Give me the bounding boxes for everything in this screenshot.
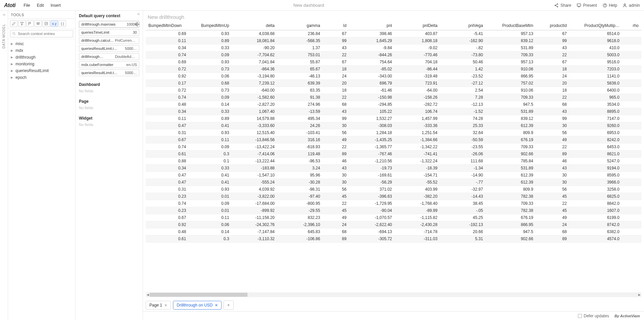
tree-item-misc[interactable]: ▶misc [8, 40, 75, 47]
context-entry[interactable]: drillthrough…DoubleAdder,Boo… [79, 53, 139, 60]
table-row[interactable]: 0.740.09-7,704.62753.0122-844.26-770.46-… [146, 52, 641, 59]
context-value: 5000… [125, 46, 137, 51]
table-cell: 0.11 [146, 37, 189, 44]
context-key: queriesTimeLimit [81, 30, 109, 34]
table-row[interactable]: 0.740.09-17,684.00-800.9522-1,729.95-1,7… [146, 200, 641, 207]
help-button[interactable]: Help [603, 3, 617, 8]
tree-item-mdx[interactable]: ▶mdx [8, 47, 75, 54]
table-row[interactable]: 0.720.73-864.3665.6718-85.02-86.441.4291… [146, 66, 641, 73]
tool-edit-icon[interactable] [10, 20, 18, 27]
data-table-scroll[interactable]: BumpedMtmDownBumpedMtmUpdeltagammaIdpnlp… [146, 21, 641, 292]
collapse-context-icon[interactable] [137, 12, 141, 17]
share-button[interactable]: Share [554, 3, 571, 8]
table-row[interactable]: 0.340.33-183.883.2443-19.73-18.39-1.3453… [146, 165, 641, 172]
table-row[interactable]: 0.310.934,039.92-98.3156371.02403.99-32.… [146, 186, 641, 193]
scroll-right-icon[interactable]: ▶ [637, 292, 641, 297]
table-row[interactable]: 0.670.11-11,158.20832.2349-1,070.57-1,11… [146, 214, 641, 221]
table-row[interactable]: 0.740.09-13,422.24-618.9322-1,365.77-1,3… [146, 143, 641, 151]
column-header[interactable]: delta [232, 21, 277, 30]
tree-item-epoch[interactable]: ▶epoch [8, 74, 75, 81]
column-header[interactable]: rho [622, 21, 641, 30]
user-button[interactable]: admin [622, 3, 640, 8]
column-header[interactable]: productId [536, 21, 569, 30]
table-cell: 24.26 [277, 122, 323, 129]
context-entry[interactable]: drillthrough.calcul…PnlCurrency… [79, 37, 139, 44]
table-row[interactable]: 0.310.9312,515.40-103.41561,284.181,251.… [146, 129, 641, 136]
table-row[interactable]: 0.880.1-13,222.44-96.5346-1,210.56-1,322… [146, 158, 641, 165]
table-cell: 0.47 [146, 179, 189, 186]
table-cell: 45 [536, 193, 569, 200]
expand-rail-icon[interactable] [2, 13, 6, 18]
tool-format-icon[interactable]: {·} [59, 20, 66, 27]
column-header[interactable]: pnlVega [440, 21, 486, 30]
context-entry[interactable]: queriesResultLimit.interm…5000… [79, 45, 139, 52]
table-cell: -154.71 [395, 172, 440, 179]
table-row[interactable]: 0.480.14-7,147.84645.8368-694.13-714.782… [146, 228, 641, 235]
defer-updates-toggle[interactable]: Defer updates [578, 314, 609, 318]
table-row[interactable]: 0.740.09-1,582.6091.3822-150.98-158.267.… [146, 94, 641, 101]
menu-file[interactable]: File [21, 2, 33, 9]
menu-insert[interactable]: Insert [48, 2, 63, 9]
table-row[interactable]: 0.340.33-90.201.3743-9.84-9.02-.82531.89… [146, 44, 641, 52]
table-row[interactable]: 0.230.01-3,822.00-97.4045-396.63-382.20-… [146, 193, 641, 200]
context-entry[interactable]: queriesResultLimit.transi…5000… [79, 69, 139, 76]
column-header[interactable]: ProductQtyMultip… [569, 21, 622, 30]
table-row[interactable]: 0.470.41-1,547.1095.9630-169.61-154.71-1… [146, 172, 641, 179]
table-row[interactable]: 0.470.41-3,333.6024.2630-308.03-333.3625… [146, 122, 641, 129]
dashboard-title[interactable]: New dashboard [293, 3, 324, 8]
table-cell: 68 [323, 101, 349, 108]
add-page-button[interactable]: + [224, 300, 234, 310]
table-row[interactable]: 0.110.8914,579.88495.34991,532.271,457.9… [146, 115, 641, 122]
search-input[interactable] [10, 30, 73, 37]
horizontal-scrollbar[interactable]: ◀ ▶ [146, 292, 641, 297]
table-row[interactable]: 0.480.14-2,827.20274.9668-294.85-282.72-… [146, 101, 641, 108]
tree-item-monitoring[interactable]: ▶monitoring [8, 61, 75, 67]
table-row[interactable]: 0.340.331,067.40-13.5943105.22106.74-1.5… [146, 108, 641, 115]
close-icon[interactable]: ✕ [215, 303, 218, 308]
column-header[interactable]: BumpedMtmUp [189, 21, 232, 30]
tool-sliders-icon[interactable] [34, 20, 42, 27]
column-header[interactable]: Id [323, 21, 349, 30]
table-cell: -90.20 [232, 44, 277, 52]
scroll-left-icon[interactable]: ◀ [146, 292, 150, 297]
table-row[interactable]: 0.720.73-640.0063.3518-61.46-64.002.5491… [146, 87, 641, 94]
checkbox-icon[interactable] [578, 314, 582, 318]
tool-filter-icon[interactable] [18, 20, 26, 27]
table-row[interactable]: 0.670.11-13,846.56316.1649-1,435.25-1,38… [146, 136, 641, 143]
tool-kpi-icon[interactable] [42, 20, 50, 27]
tab-drillthrough-usd[interactable]: Drillthrough on USD ✕ [173, 301, 222, 310]
table-row[interactable]: 0.110.8918,081.84-568.35991,645.291,808.… [146, 37, 641, 44]
table-row[interactable]: 0.170.687,239.12639.3920696.79723.91-27.… [146, 80, 641, 87]
table-row[interactable]: 0.470.41-555.24-30.2830-56.29-55.52-.776… [146, 179, 641, 186]
column-header[interactable]: pnlDelta [395, 21, 440, 30]
context-value: 5000… [125, 71, 137, 75]
table-row[interactable]: 0.690.934,038.68236.8467398.46403.87-5.4… [146, 30, 641, 37]
table-row[interactable]: 0.920.06-3,194.80-46.1324-343.00-319.48-… [146, 73, 641, 80]
widget-title[interactable]: New drillthrough [143, 11, 644, 21]
scrollbar-thumb[interactable] [150, 293, 247, 297]
present-button[interactable]: Present [577, 3, 597, 8]
table-row[interactable]: 0.690.937,041.8455.8767754.64704.1850.46… [146, 59, 641, 66]
table-row[interactable]: 0.230.01-899.92-29.5545-90.04-89.99-.057… [146, 207, 641, 214]
column-header[interactable]: pnl [349, 21, 395, 30]
tab-page-1[interactable]: Page 1 ✕ [146, 301, 171, 310]
column-header[interactable]: BumpedMtmDown [146, 21, 189, 30]
tool-flag-icon[interactable] [26, 20, 34, 27]
column-header[interactable]: ProductBaseMtm [486, 21, 536, 30]
context-entry[interactable]: drillthrough.maxrows10000 [79, 21, 139, 28]
close-icon[interactable]: ✕ [164, 303, 167, 308]
table-row[interactable]: 0.610.3-7,414.06119.4889-767.46-741.41-2… [146, 151, 641, 158]
table-row[interactable]: 0.920.06-24,302.76-2,396.1024-2,622.40-2… [146, 221, 641, 228]
table-cell: 910.06 [486, 66, 536, 73]
tree-item-queriesresultlimit[interactable]: ▶queriesResultLimit [8, 67, 75, 74]
context-entry[interactable]: queriesTimeLimit30 [79, 29, 139, 36]
move-icon[interactable] [135, 22, 140, 27]
column-header[interactable]: gamma [277, 21, 323, 30]
tree-item-drillthrough[interactable]: ▶drillthrough [8, 54, 75, 61]
tool-xy-icon[interactable]: x.y [51, 20, 58, 27]
context-entry[interactable]: mdx.cubeFormatteren-US [79, 61, 139, 68]
rail-label[interactable]: DATA MODEL [2, 24, 6, 49]
menu-edit[interactable]: Edit [34, 2, 47, 9]
table-cell: 43 [323, 44, 349, 52]
table-row[interactable]: 0.610.3-3,110.32-106.8689-305.72-311.035… [146, 235, 641, 243]
